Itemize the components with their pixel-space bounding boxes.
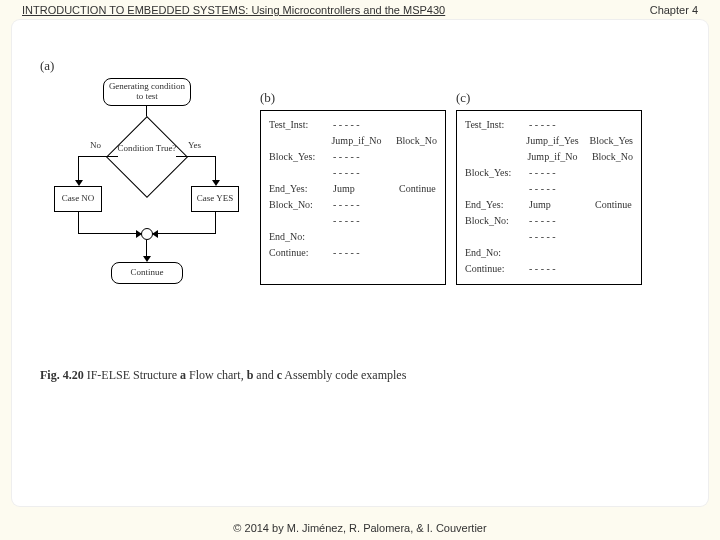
copyright-footer: © 2014 by M. Jiménez, R. Palomera, & I. … xyxy=(0,522,720,534)
panel-b-label: (b) xyxy=(260,90,446,106)
codebox-b: Test_Inst:- - - - -Jump_if_NoBlock_NoBlo… xyxy=(260,110,446,285)
panel-c-label: (c) xyxy=(456,90,642,106)
flowchart: Generating condition to test Condition T… xyxy=(40,78,250,338)
code-line: End_No: xyxy=(269,229,437,245)
code-line: Test_Inst:- - - - - xyxy=(465,117,633,133)
code-line: Continue:- - - - - xyxy=(269,245,437,261)
fc-merge xyxy=(141,228,153,240)
fc-generating: Generating condition to test xyxy=(103,78,191,106)
figure-caption: Fig. 4.20 IF-ELSE Structure a Flow chart… xyxy=(40,368,680,383)
code-line: - - - - - xyxy=(269,165,437,181)
code-line: Block_No:- - - - - xyxy=(269,197,437,213)
fc-case-no: Case NO xyxy=(54,186,102,212)
page-header: INTRODUCTION TO EMBEDDED SYSTEMS: Using … xyxy=(0,0,720,18)
code-line: - - - - - xyxy=(465,229,633,245)
code-line: Jump_if_YesBlock_Yes xyxy=(465,133,633,149)
code-line: Block_No:- - - - - xyxy=(465,213,633,229)
code-line: - - - - - xyxy=(269,213,437,229)
chapter-label: Chapter 4 xyxy=(650,4,698,16)
code-line: Block_Yes:- - - - - xyxy=(465,165,633,181)
code-line: Continue:- - - - - xyxy=(465,261,633,277)
code-line: Block_Yes:- - - - - xyxy=(269,149,437,165)
panel-a-label: (a) xyxy=(40,58,250,74)
fc-case-yes: Case YES xyxy=(191,186,239,212)
fc-continue: Continue xyxy=(111,262,183,284)
panel-a: (a) Generating condition to test Conditi… xyxy=(40,58,250,338)
code-line: End_No: xyxy=(465,245,633,261)
fc-no-label: No xyxy=(90,140,101,150)
fc-yes-label: Yes xyxy=(188,140,201,150)
code-line: End_Yes:JumpContinue xyxy=(269,181,437,197)
slide-content: (a) Generating condition to test Conditi… xyxy=(12,20,708,506)
code-line: Jump_if_NoBlock_No xyxy=(465,149,633,165)
code-line: - - - - - xyxy=(465,181,633,197)
book-title: INTRODUCTION TO EMBEDDED SYSTEMS: Using … xyxy=(22,4,445,16)
code-line: Jump_if_NoBlock_No xyxy=(269,133,437,149)
panel-c: (c) Test_Inst:- - - - -Jump_if_YesBlock_… xyxy=(456,90,642,285)
codebox-c: Test_Inst:- - - - -Jump_if_YesBlock_YesJ… xyxy=(456,110,642,285)
panel-b: (b) Test_Inst:- - - - -Jump_if_NoBlock_N… xyxy=(260,90,446,285)
code-line: Test_Inst:- - - - - xyxy=(269,117,437,133)
code-line: End_Yes:JumpContinue xyxy=(465,197,633,213)
